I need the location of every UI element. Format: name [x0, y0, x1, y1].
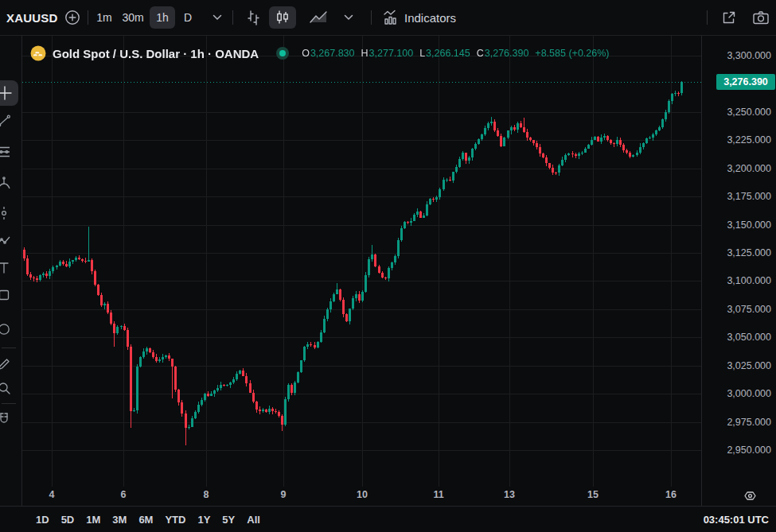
- symbol-button[interactable]: XAUUSD: [6, 0, 58, 35]
- time-axis-label: 4: [49, 489, 55, 500]
- price-chart[interactable]: [22, 36, 701, 487]
- interval-1d-button[interactable]: D: [178, 0, 197, 35]
- chart-legend: Gold Spot / U.S. Dollar · 1h · OANDA O3,…: [30, 45, 609, 62]
- long-position-tool-button[interactable]: [0, 204, 20, 222]
- price-axis-label: 3,050.000: [727, 331, 771, 344]
- sidebar-divider: [2, 348, 16, 348]
- range-ytd-button[interactable]: YTD: [165, 514, 185, 526]
- bottom-bar: 1D 5D 1M 3M 6M YTD 1Y 5Y All 03:45:01 UT…: [0, 506, 776, 532]
- high-value: 3,277.100: [369, 48, 414, 59]
- range-all-button[interactable]: All: [247, 514, 260, 526]
- plus-circle-icon: [64, 10, 80, 25]
- price-axis-label: 3,025.000: [727, 359, 771, 372]
- brush-tool-button[interactable]: [0, 355, 20, 373]
- legend-title[interactable]: Gold Spot / U.S. Dollar · 1h · OANDA: [53, 47, 259, 60]
- shapes-icon: [0, 287, 12, 303]
- trend-line-tool-button[interactable]: [0, 112, 20, 130]
- chart-style-menu-button[interactable]: [341, 0, 357, 35]
- time-axis-label: 10: [357, 489, 368, 500]
- fib-retracement-tool-button[interactable]: [0, 143, 20, 161]
- sidebar-divider: [2, 403, 16, 404]
- area-chart-icon: [309, 9, 330, 26]
- price-axis-label: 3,225.000: [727, 134, 771, 146]
- bar-chart-style-button[interactable]: [242, 0, 264, 35]
- bars-icon: [244, 9, 262, 26]
- range-1y-button[interactable]: 1Y: [197, 514, 210, 526]
- zoom-tool-button[interactable]: [0, 379, 20, 397]
- indicators-button[interactable]: Indicators: [404, 0, 456, 35]
- price-axis-label: 3,200.000: [727, 162, 771, 175]
- ellipse-tool-button[interactable]: [0, 320, 20, 338]
- price-axis-label: 2,975.000: [727, 416, 771, 429]
- price-axis-label: 3,100.000: [727, 274, 771, 287]
- time-axis-label: 9: [281, 489, 287, 500]
- time-axis-label: 8: [204, 489, 209, 500]
- toolbar-separator: [371, 10, 372, 25]
- date-range-switcher: 1D 5D 1M 3M 6M YTD 1Y 5Y All: [36, 507, 260, 532]
- toolbar-separator: [707, 10, 708, 25]
- time-axis-label: 11: [433, 489, 443, 500]
- range-1m-button[interactable]: 1M: [86, 514, 100, 526]
- pitchfork-tool-button[interactable]: [0, 175, 20, 192]
- top-toolbar: XAUUSD 1m 30m 1h D: [0, 0, 776, 36]
- screenshot-button[interactable]: [750, 0, 772, 35]
- external-link-icon: [720, 10, 737, 26]
- price-axis-label: 3,000.000: [727, 387, 771, 400]
- open-in-new-window-button[interactable]: [718, 0, 739, 35]
- interval-1m-button[interactable]: 1m: [92, 0, 116, 35]
- range-1d-button[interactable]: 1D: [36, 514, 49, 526]
- chevron-down-icon: [344, 14, 353, 21]
- open-value: 3,267.830: [310, 48, 355, 59]
- price-axis-label: 3,150.000: [727, 219, 771, 231]
- drawing-toolbar: [0, 36, 22, 506]
- low-value: 3,266.145: [426, 48, 470, 59]
- timezone-clock-button[interactable]: 03:45:01 UTC: [704, 507, 769, 532]
- magnet-tool-button[interactable]: [0, 410, 20, 428]
- candles-chart-style-button[interactable]: [269, 6, 296, 29]
- pattern-zigzag-icon: [0, 234, 12, 250]
- market-status-dot[interactable]: [276, 47, 289, 60]
- interval-30m-button[interactable]: 30m: [118, 0, 148, 35]
- pitchfork-icon: [0, 176, 12, 192]
- candles-icon: [274, 9, 291, 26]
- range-5d-button[interactable]: 5D: [61, 514, 75, 526]
- crosshair-tool-button[interactable]: [0, 80, 18, 106]
- camera-icon: [751, 9, 770, 26]
- price-axis-label: 2,950.000: [727, 444, 771, 456]
- time-axis-label: 16: [665, 489, 677, 500]
- range-3m-button[interactable]: 3M: [112, 514, 127, 526]
- fib-retracement-icon: [0, 144, 12, 160]
- pattern-tool-button[interactable]: [0, 233, 20, 250]
- indicators-button-icon-wrap[interactable]: [380, 0, 401, 35]
- time-axis[interactable]: 46891011131516: [22, 487, 701, 506]
- compare-add-button[interactable]: [64, 0, 81, 35]
- magnifier-icon: [0, 380, 12, 396]
- market-open-dot-icon: [279, 50, 286, 56]
- price-axis-label: 3,125.000: [727, 247, 771, 259]
- range-6m-button[interactable]: 6M: [138, 514, 153, 526]
- shapes-tool-button[interactable]: [0, 286, 20, 304]
- tradingview-window: XAUUSD 1m 30m 1h D: [0, 0, 776, 532]
- range-5y-button[interactable]: 5Y: [222, 514, 235, 526]
- price-axis-label: 3,175.000: [727, 190, 771, 203]
- interval-1h-button[interactable]: 1h: [150, 6, 175, 29]
- price-axis[interactable]: 3,276.390 3,300.0003,250.0003,225.0003,2…: [701, 36, 776, 506]
- price-axis-label: 3,075.000: [727, 303, 771, 316]
- toolbar-separator: [232, 10, 233, 25]
- last-price-badge: 3,276.390: [716, 74, 775, 90]
- high-label: H: [361, 48, 369, 59]
- chevron-down-icon: [213, 14, 222, 21]
- time-axis-label: 13: [504, 489, 515, 500]
- price-axis-label: 3,300.000: [727, 49, 771, 62]
- area-chart-style-button[interactable]: [306, 0, 333, 35]
- text-tool-icon: [0, 260, 12, 276]
- open-label: O: [302, 48, 310, 59]
- trend-line-icon: [0, 113, 12, 129]
- long-position-icon: [0, 205, 12, 221]
- axis-settings-button[interactable]: [741, 487, 758, 504]
- crosshair-icon: [0, 86, 12, 100]
- interval-menu-button[interactable]: [209, 0, 225, 35]
- toolbar-separator: [88, 10, 88, 25]
- change-value: +8.585 (+0.26%): [535, 48, 609, 59]
- text-tool-button[interactable]: [0, 259, 20, 277]
